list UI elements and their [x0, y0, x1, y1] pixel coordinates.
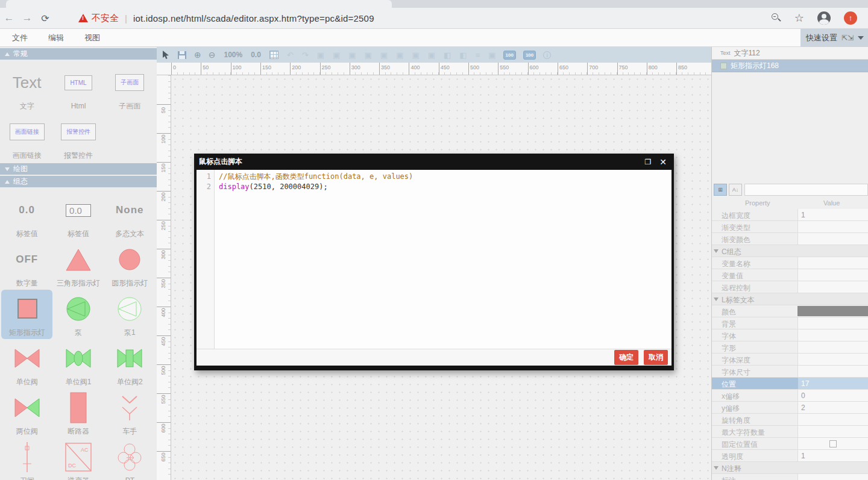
property-value[interactable]: 1 — [797, 209, 868, 220]
menu-item-文件[interactable]: 文件 — [12, 33, 28, 43]
info-icon[interactable]: i — [543, 51, 551, 59]
sidebar-section-zutai[interactable]: 组态 — [0, 176, 157, 187]
browser-zoom-icon[interactable] — [772, 13, 781, 23]
browser-update-icon[interactable]: ↑ — [844, 11, 857, 25]
palette-item-two-position-valve-icon[interactable]: 两位阀 — [1, 388, 52, 438]
size-100-badge[interactable]: 100 — [503, 51, 516, 60]
property-value[interactable]: 1 — [797, 450, 868, 461]
property-filter-input[interactable] — [744, 184, 868, 196]
pointer-tool-icon[interactable] — [162, 50, 170, 60]
property-row-渐变颜色[interactable]: 渐变颜色 — [712, 233, 868, 245]
palette-item-tag-value-icon[interactable]: 0.0标签值 — [1, 191, 52, 240]
palette-item-tag-value-box-icon[interactable]: 0.0标签值 — [52, 191, 104, 240]
property-value[interactable] — [797, 281, 868, 293]
object-list-item[interactable]: 矩形指示灯168 — [712, 60, 868, 72]
property-row-字形[interactable]: 字形 — [712, 341, 868, 354]
property-value[interactable] — [797, 269, 868, 281]
property-row-颜色[interactable]: 颜色 — [712, 305, 868, 317]
sidebar-section-general[interactable]: 常规 — [0, 48, 157, 60]
palette-item-screen-link-icon[interactable]: 画面链接画面链接 — [1, 113, 52, 162]
forward-icon[interactable]: → — [18, 12, 36, 24]
sort-az-icon[interactable]: A↓ — [729, 184, 742, 196]
cancel-button[interactable]: 取消 — [644, 350, 668, 365]
save-icon[interactable] — [177, 51, 187, 60]
property-value[interactable] — [797, 233, 868, 245]
chevron-down-icon[interactable] — [858, 36, 864, 40]
property-row-远程控制[interactable]: 远程控制 — [712, 281, 868, 293]
property-row-标注[interactable]: 标注 — [712, 474, 868, 480]
palette-item-subscreen-icon[interactable]: 子画面子画面 — [104, 63, 156, 113]
code-line[interactable]: display(2510, 200004029); — [219, 182, 413, 192]
size-100-badge[interactable]: 100 — [523, 51, 536, 60]
property-value[interactable]: 0 — [797, 390, 868, 401]
property-value[interactable] — [797, 354, 868, 365]
property-row-固定位置值[interactable]: 固定位置值 — [712, 438, 868, 450]
script-code-editor[interactable]: 12 //鼠标点击脚本,函数类型function(data, e, values… — [197, 170, 671, 349]
maximize-icon[interactable]: ❐ — [645, 158, 652, 166]
palette-item-knife-switch-icon[interactable]: 刀闸 — [1, 438, 52, 480]
property-group-C组态[interactable]: C组态 — [712, 245, 868, 257]
zoom-in-icon[interactable]: ⊕ — [194, 50, 201, 60]
checkbox[interactable] — [829, 440, 837, 447]
palette-item-pump1-icon[interactable]: 泵1 — [104, 290, 156, 339]
property-value[interactable] — [797, 341, 868, 353]
address-url[interactable]: iot.idosp.net/html/scada/editor.aspx.htm… — [133, 13, 374, 23]
property-row-透明度[interactable]: 透明度1 — [712, 450, 868, 462]
dialog-titlebar[interactable]: 鼠标点击脚本 ❐ ✕ — [197, 154, 671, 170]
property-row-字体[interactable]: 字体 — [712, 329, 868, 341]
property-value[interactable] — [797, 221, 868, 232]
categorize-icon[interactable]: ⊞ — [714, 184, 727, 196]
palette-item-cart-icon[interactable]: 车手 — [104, 388, 156, 438]
palette-item-triangle-indicator-icon[interactable]: 三角形指示灯 — [52, 240, 104, 290]
bookmark-star-icon[interactable]: ☆ — [794, 11, 804, 25]
property-group-N注释[interactable]: N注释 — [712, 462, 868, 474]
profile-avatar[interactable] — [817, 11, 831, 25]
property-row-位置[interactable]: 位置17 — [712, 378, 868, 390]
not-secure-warning-icon[interactable] — [78, 14, 88, 22]
code-line[interactable]: //鼠标点击脚本,函数类型function(data, e, values) — [219, 172, 413, 182]
property-row-x偏移[interactable]: x偏移0 — [712, 390, 868, 402]
palette-item-text-icon[interactable]: Text文字 — [1, 63, 52, 113]
color-swatch[interactable] — [797, 306, 868, 316]
property-group-L标签文本[interactable]: L标签文本 — [712, 293, 868, 305]
palette-item-unit-valve-icon[interactable]: 单位阀 — [1, 339, 52, 388]
property-row-y偏移[interactable]: y偏移2 — [712, 402, 868, 414]
property-value[interactable]: 2 — [797, 402, 868, 413]
close-icon[interactable]: ✕ — [659, 157, 667, 167]
property-row-背景[interactable]: 背景 — [712, 317, 868, 329]
object-list-item[interactable]: Text文字112 — [712, 47, 868, 60]
collapse-panels-icon[interactable]: ⇱⇲ — [841, 34, 854, 42]
palette-item-pump-icon[interactable]: 泵 — [52, 290, 104, 339]
palette-item-pt-icon[interactable]: PT — [104, 438, 156, 480]
not-secure-label[interactable]: 不安全 — [92, 13, 119, 24]
property-row-旋转角度[interactable]: 旋转角度 — [712, 414, 868, 426]
palette-item-rect-indicator-icon[interactable]: 矩形指示灯 — [1, 290, 52, 339]
property-row-边框宽度[interactable]: 边框宽度1 — [712, 209, 868, 221]
palette-item-inverter-icon[interactable]: ACDC逆变器 — [52, 438, 104, 480]
zoom-out-icon[interactable]: ⊖ — [209, 50, 216, 60]
ok-button[interactable]: 确定 — [614, 350, 638, 365]
property-value[interactable] — [797, 474, 868, 480]
property-value[interactable]: 17 — [797, 378, 868, 389]
palette-item-alarm-widget-icon[interactable]: 报警控件报警控件 — [52, 113, 104, 162]
browser-active-tab[interactable] — [6, 0, 392, 8]
code-lines[interactable]: //鼠标点击脚本,函数类型function(data, e, values)di… — [215, 170, 413, 349]
property-value[interactable] — [797, 426, 868, 437]
palette-item-html-icon[interactable]: HTMLHtml — [52, 63, 104, 113]
property-value[interactable] — [797, 366, 868, 377]
palette-item-breaker-icon[interactable]: 断路器 — [52, 388, 104, 438]
property-value[interactable] — [797, 257, 868, 269]
property-row-变量名称[interactable]: 变量名称 — [712, 257, 868, 269]
back-icon[interactable]: ← — [0, 12, 18, 24]
property-value[interactable] — [797, 329, 868, 341]
property-row-变量值[interactable]: 变量值 — [712, 269, 868, 281]
property-value[interactable] — [797, 414, 868, 425]
menu-item-编辑[interactable]: 编辑 — [48, 33, 64, 43]
palette-item-multistate-text-icon[interactable]: None多态文本 — [104, 191, 156, 240]
palette-item-unit-valve2-icon[interactable]: 单位阀2 — [104, 339, 156, 388]
property-value[interactable] — [797, 317, 868, 329]
sidebar-section-drawing[interactable]: 绘图 — [0, 163, 157, 175]
menu-item-视图[interactable]: 视图 — [84, 33, 100, 43]
palette-item-unit-valve1-icon[interactable]: 单位阀1 — [52, 339, 104, 388]
property-row-渐变类型[interactable]: 渐变类型 — [712, 221, 868, 233]
